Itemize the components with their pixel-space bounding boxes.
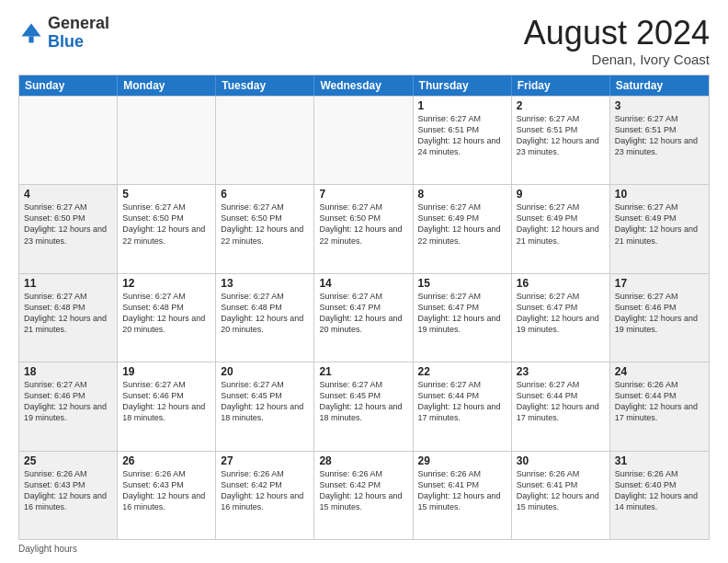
day-number: 3 [615, 99, 704, 112]
day-number: 18 [24, 365, 112, 378]
cell-content: Sunrise: 6:27 AM Sunset: 6:47 PM Dayligh… [517, 291, 605, 336]
cell-content: Sunrise: 6:27 AM Sunset: 6:47 PM Dayligh… [418, 291, 506, 336]
cell-content: Sunrise: 6:27 AM Sunset: 6:48 PM Dayligh… [122, 291, 210, 336]
cell-content: Sunrise: 6:26 AM Sunset: 6:44 PM Dayligh… [615, 379, 704, 424]
day-number: 24 [615, 365, 704, 378]
header: General Blue August 2024 Denan, Ivory Co… [18, 15, 710, 67]
day-cell-14: 14Sunrise: 6:27 AM Sunset: 6:47 PM Dayli… [314, 274, 413, 362]
header-day-sunday: Sunday [19, 75, 118, 96]
header-day-wednesday: Wednesday [314, 75, 413, 96]
cell-content: Sunrise: 6:27 AM Sunset: 6:50 PM Dayligh… [24, 201, 112, 247]
day-cell-18: 18Sunrise: 6:27 AM Sunset: 6:46 PM Dayli… [19, 362, 118, 450]
day-number: 6 [221, 188, 309, 201]
cell-content: Sunrise: 6:27 AM Sunset: 6:49 PM Dayligh… [517, 201, 605, 247]
day-cell-27: 27Sunrise: 6:26 AM Sunset: 6:42 PM Dayli… [216, 452, 314, 539]
header-day-tuesday: Tuesday [216, 75, 314, 96]
day-cell-29: 29Sunrise: 6:26 AM Sunset: 6:41 PM Dayli… [414, 452, 512, 539]
day-number: 5 [122, 188, 210, 201]
day-number: 29 [418, 454, 506, 467]
day-cell-4: 4Sunrise: 6:27 AM Sunset: 6:50 PM Daylig… [19, 185, 118, 272]
logo: General Blue [18, 15, 109, 52]
day-cell-24: 24Sunrise: 6:26 AM Sunset: 6:44 PM Dayli… [610, 362, 709, 450]
cell-content: Sunrise: 6:27 AM Sunset: 6:45 PM Dayligh… [319, 379, 407, 424]
svg-marker-0 [22, 23, 41, 36]
cell-content: Sunrise: 6:26 AM Sunset: 6:42 PM Dayligh… [319, 468, 407, 513]
cell-content: Sunrise: 6:26 AM Sunset: 6:43 PM Dayligh… [24, 468, 112, 513]
day-cell-8: 8Sunrise: 6:27 AM Sunset: 6:49 PM Daylig… [414, 185, 512, 272]
cell-content: Sunrise: 6:27 AM Sunset: 6:46 PM Dayligh… [24, 379, 112, 424]
cell-content: Sunrise: 6:27 AM Sunset: 6:49 PM Dayligh… [615, 201, 704, 247]
day-cell-9: 9Sunrise: 6:27 AM Sunset: 6:49 PM Daylig… [512, 185, 610, 272]
day-cell-12: 12Sunrise: 6:27 AM Sunset: 6:48 PM Dayli… [118, 274, 216, 362]
logo-blue: Blue [48, 32, 84, 51]
day-number: 23 [517, 365, 605, 378]
cell-content: Sunrise: 6:27 AM Sunset: 6:45 PM Dayligh… [221, 379, 309, 424]
calendar: SundayMondayTuesdayWednesdayThursdayFrid… [18, 75, 710, 540]
day-number: 31 [615, 454, 704, 467]
day-number: 11 [24, 277, 112, 290]
day-cell-30: 30Sunrise: 6:26 AM Sunset: 6:41 PM Dayli… [512, 452, 610, 539]
day-cell-6: 6Sunrise: 6:27 AM Sunset: 6:50 PM Daylig… [216, 185, 314, 272]
day-number: 20 [221, 365, 309, 378]
cell-content: Sunrise: 6:27 AM Sunset: 6:50 PM Dayligh… [319, 201, 407, 247]
day-cell-3: 3Sunrise: 6:27 AM Sunset: 6:51 PM Daylig… [610, 97, 709, 184]
cell-content: Sunrise: 6:27 AM Sunset: 6:49 PM Dayligh… [418, 201, 506, 247]
page: General Blue August 2024 Denan, Ivory Co… [0, 0, 728, 563]
daylight-label: Daylight hours [18, 544, 77, 554]
day-cell-11: 11Sunrise: 6:27 AM Sunset: 6:48 PM Dayli… [19, 274, 118, 362]
cell-content: Sunrise: 6:26 AM Sunset: 6:42 PM Dayligh… [221, 468, 309, 513]
header-day-friday: Friday [512, 75, 610, 96]
day-cell-26: 26Sunrise: 6:26 AM Sunset: 6:43 PM Dayli… [118, 452, 216, 539]
location: Denan, Ivory Coast [524, 52, 710, 67]
cell-content: Sunrise: 6:27 AM Sunset: 6:48 PM Dayligh… [221, 291, 309, 336]
empty-cell [314, 97, 413, 184]
week-row-3: 18Sunrise: 6:27 AM Sunset: 6:46 PM Dayli… [19, 362, 709, 450]
calendar-body: 1Sunrise: 6:27 AM Sunset: 6:51 PM Daylig… [19, 96, 709, 539]
cell-content: Sunrise: 6:27 AM Sunset: 6:44 PM Dayligh… [517, 379, 605, 424]
empty-cell [19, 97, 118, 184]
cell-content: Sunrise: 6:27 AM Sunset: 6:48 PM Dayligh… [24, 291, 112, 336]
day-cell-21: 21Sunrise: 6:27 AM Sunset: 6:45 PM Dayli… [314, 362, 413, 450]
header-day-monday: Monday [118, 75, 216, 96]
day-cell-15: 15Sunrise: 6:27 AM Sunset: 6:47 PM Dayli… [414, 274, 512, 362]
cell-content: Sunrise: 6:27 AM Sunset: 6:51 PM Dayligh… [517, 113, 605, 158]
day-number: 27 [221, 454, 309, 467]
cell-content: Sunrise: 6:27 AM Sunset: 6:50 PM Dayligh… [221, 201, 309, 247]
cell-content: Sunrise: 6:26 AM Sunset: 6:43 PM Dayligh… [122, 468, 210, 513]
day-cell-28: 28Sunrise: 6:26 AM Sunset: 6:42 PM Dayli… [314, 452, 413, 539]
cell-content: Sunrise: 6:27 AM Sunset: 6:51 PM Dayligh… [615, 113, 704, 158]
day-number: 7 [319, 188, 407, 201]
day-cell-25: 25Sunrise: 6:26 AM Sunset: 6:43 PM Dayli… [19, 452, 118, 539]
header-day-thursday: Thursday [414, 75, 512, 96]
day-cell-1: 1Sunrise: 6:27 AM Sunset: 6:51 PM Daylig… [414, 97, 512, 184]
footer: Daylight hours [18, 544, 710, 554]
day-cell-7: 7Sunrise: 6:27 AM Sunset: 6:50 PM Daylig… [314, 185, 413, 272]
week-row-0: 1Sunrise: 6:27 AM Sunset: 6:51 PM Daylig… [19, 96, 709, 184]
day-number: 26 [122, 454, 210, 467]
title-area: August 2024 Denan, Ivory Coast [524, 15, 710, 67]
logo-icon [18, 20, 44, 46]
day-number: 12 [122, 277, 210, 290]
week-row-1: 4Sunrise: 6:27 AM Sunset: 6:50 PM Daylig… [19, 184, 709, 272]
day-number: 19 [122, 365, 210, 378]
cell-content: Sunrise: 6:27 AM Sunset: 6:46 PM Dayligh… [122, 379, 210, 424]
day-number: 8 [418, 188, 506, 201]
cell-content: Sunrise: 6:27 AM Sunset: 6:51 PM Dayligh… [418, 113, 506, 158]
day-cell-16: 16Sunrise: 6:27 AM Sunset: 6:47 PM Dayli… [512, 274, 610, 362]
cell-content: Sunrise: 6:27 AM Sunset: 6:44 PM Dayligh… [418, 379, 506, 424]
calendar-header: SundayMondayTuesdayWednesdayThursdayFrid… [19, 75, 709, 96]
day-number: 1 [418, 99, 506, 112]
day-cell-2: 2Sunrise: 6:27 AM Sunset: 6:51 PM Daylig… [512, 97, 610, 184]
day-number: 28 [319, 454, 407, 467]
cell-content: Sunrise: 6:27 AM Sunset: 6:50 PM Dayligh… [122, 201, 210, 247]
day-cell-10: 10Sunrise: 6:27 AM Sunset: 6:49 PM Dayli… [610, 185, 709, 272]
cell-content: Sunrise: 6:26 AM Sunset: 6:41 PM Dayligh… [418, 468, 506, 513]
day-number: 25 [24, 454, 112, 467]
cell-content: Sunrise: 6:27 AM Sunset: 6:46 PM Dayligh… [615, 291, 704, 336]
day-number: 22 [418, 365, 506, 378]
day-number: 30 [517, 454, 605, 467]
week-row-4: 25Sunrise: 6:26 AM Sunset: 6:43 PM Dayli… [19, 451, 709, 539]
day-cell-13: 13Sunrise: 6:27 AM Sunset: 6:48 PM Dayli… [216, 274, 314, 362]
day-number: 10 [615, 188, 704, 201]
day-number: 16 [517, 277, 605, 290]
